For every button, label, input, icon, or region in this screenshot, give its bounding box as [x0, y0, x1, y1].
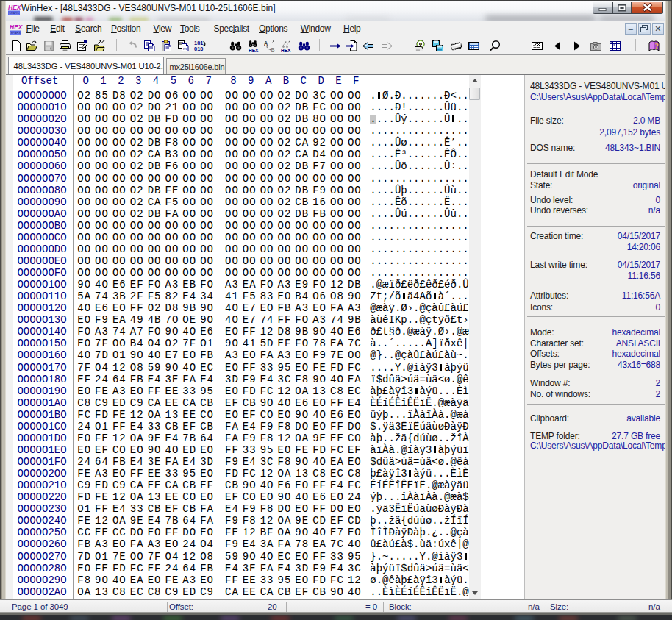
svg-text:HEX: HEX	[249, 47, 259, 52]
svg-text:HEX: HEX	[10, 24, 23, 31]
svg-text:HEX: HEX	[8, 4, 21, 11]
svg-text:SPARS: SPARS	[9, 11, 19, 15]
svg-text:HEX: HEX	[281, 47, 291, 52]
svg-text:010: 010	[194, 46, 204, 52]
svg-text:m: m	[183, 46, 187, 51]
svg-text:?: ?	[655, 41, 659, 49]
svg-text:SPARS: SPARS	[10, 31, 21, 35]
svg-text:A: A	[264, 40, 268, 47]
